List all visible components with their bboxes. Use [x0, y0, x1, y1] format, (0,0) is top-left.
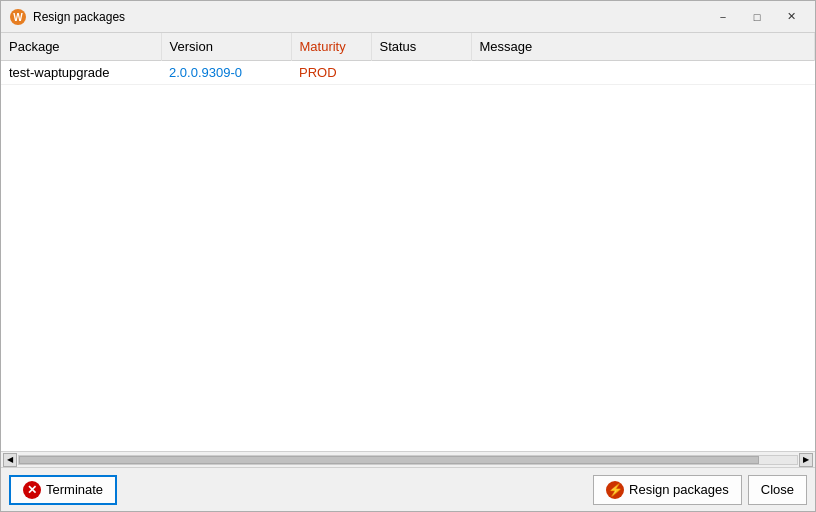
content-area: Package Version Maturity Status Message …	[1, 33, 815, 467]
scroll-thumb[interactable]	[19, 456, 759, 464]
footer-right: ⚡ Resign packages Close	[593, 475, 807, 505]
lightning-icon: ⚡	[606, 481, 624, 499]
window-title: Resign packages	[33, 10, 707, 24]
minimize-button[interactable]: −	[707, 5, 739, 29]
window-controls: − □ ✕	[707, 5, 807, 29]
cell-message	[471, 61, 815, 85]
col-header-package: Package	[1, 33, 161, 61]
footer: ✕ Terminate ⚡ Resign packages Close	[1, 467, 815, 511]
svg-text:W: W	[13, 12, 23, 23]
terminate-icon: ✕	[23, 481, 41, 499]
cell-status	[371, 61, 471, 85]
col-header-status: Status	[371, 33, 471, 61]
close-title-button[interactable]: ✕	[775, 5, 807, 29]
resign-packages-button[interactable]: ⚡ Resign packages	[593, 475, 742, 505]
packages-table: Package Version Maturity Status Message …	[1, 33, 815, 85]
title-bar: W Resign packages − □ ✕	[1, 1, 815, 33]
close-label: Close	[761, 482, 794, 497]
scroll-track[interactable]	[18, 455, 798, 465]
table-header-row: Package Version Maturity Status Message	[1, 33, 815, 61]
horizontal-scrollbar[interactable]: ◀ ▶	[1, 451, 815, 467]
cell-version: 2.0.0.9309-0	[161, 61, 291, 85]
resign-label: Resign packages	[629, 482, 729, 497]
cell-package: test-waptupgrade	[1, 61, 161, 85]
app-icon: W	[9, 8, 27, 26]
scroll-right-button[interactable]: ▶	[799, 453, 813, 467]
table-row: test-waptupgrade2.0.0.9309-0PROD	[1, 61, 815, 85]
col-header-maturity: Maturity	[291, 33, 371, 61]
col-header-version: Version	[161, 33, 291, 61]
maximize-button[interactable]: □	[741, 5, 773, 29]
close-button[interactable]: Close	[748, 475, 807, 505]
terminate-label: Terminate	[46, 482, 103, 497]
scroll-left-button[interactable]: ◀	[3, 453, 17, 467]
col-header-message: Message	[471, 33, 815, 61]
footer-left: ✕ Terminate	[9, 475, 117, 505]
terminate-button[interactable]: ✕ Terminate	[9, 475, 117, 505]
cell-maturity: PROD	[291, 61, 371, 85]
main-window: W Resign packages − □ ✕ Package Version …	[0, 0, 816, 512]
table-container: Package Version Maturity Status Message …	[1, 33, 815, 451]
